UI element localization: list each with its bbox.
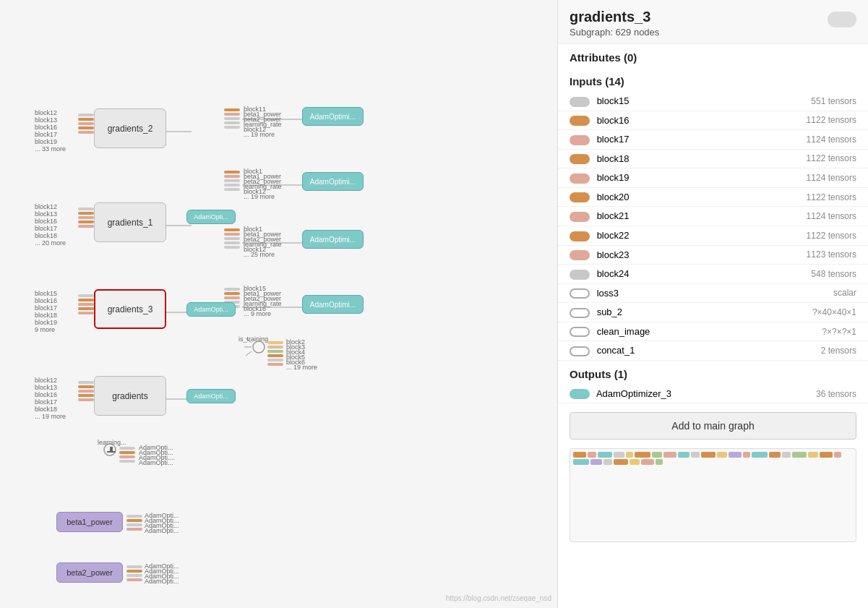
input-row-7[interactable]: block22 1122 tensors [558,226,868,245]
panel-header: gradients_3 Subgraph: 629 nodes [558,0,868,44]
svg-rect-11 [78,127,94,129]
input-name-10: loss3 [597,288,619,299]
graph-node-adam3[interactable]: AdamOptimi... [302,230,364,249]
svg-rect-110 [119,451,135,454]
svg-text:AdamOpti...: AdamOpti... [145,512,179,519]
svg-rect-25 [78,390,94,393]
graph-node-gradients3[interactable]: gradients_3 [94,289,166,329]
input-row-0[interactable]: block15 551 tensors [558,92,868,111]
graph-node-adam7[interactable]: AdamOpti... [186,389,236,403]
input-value-11: ?×40×40×1 [739,303,868,322]
inputs-table: block15 551 tensors block16 1122 tensors… [558,92,868,361]
svg-rect-29 [224,113,240,116]
svg-text:block19: block19 [35,319,57,326]
svg-text:learning_rate: learning_rate [244,300,282,307]
add-to-main-graph-button[interactable]: Add to main graph [570,412,856,440]
svg-text:block15: block15 [244,285,266,292]
inputs-section-title: Inputs (14) [558,68,868,92]
svg-text:... 25 more: ... 25 more [244,251,275,258]
svg-text:block13: block13 [35,384,57,391]
svg-text:is_training: is_training [239,335,268,343]
output-name-0: AdamOptimizer_3 [596,388,671,399]
svg-rect-16 [78,220,94,223]
outputs-table: AdamOptimizer_3 36 tensors [558,385,868,404]
node-label-gradients2: gradients_2 [108,124,153,134]
svg-rect-100 [126,578,142,581]
svg-text:beta2_power: beta2_power [244,178,281,185]
input-row-11[interactable]: sub_2 ?×40×40×1 [558,303,868,322]
svg-rect-78 [267,346,283,348]
graph-node-adam4[interactable]: AdamOptimi... [302,295,364,314]
svg-rect-52 [224,237,240,240]
input-row-9[interactable]: block24 548 tensors [558,265,868,284]
input-row-10[interactable]: loss3 scalar [558,283,868,303]
input-row-4[interactable]: block19 1124 tensors [558,168,868,188]
input-chip-12 [570,327,590,337]
svg-text:block16: block16 [244,305,266,312]
input-row-6[interactable]: block21 1124 tensors [558,207,868,226]
svg-text:block18: block18 [35,312,57,319]
collapse-button[interactable] [828,12,856,27]
svg-text:learning...: learning... [98,439,126,446]
side-panel: gradients_3 Subgraph: 629 nodes Attribut… [557,0,868,608]
input-name-3: block18 [597,153,629,164]
input-chip-6 [570,212,590,222]
svg-text:block2: block2 [286,338,305,346]
svg-rect-26 [78,394,94,397]
svg-text:... 19 more: ... 19 more [244,131,275,138]
svg-rect-106 [110,447,113,453]
graph-node-adam6[interactable]: AdamOpti... [186,302,236,317]
input-value-4: 1124 tensors [739,168,868,188]
node-label-beta2: beta2_power [66,568,113,577]
input-value-1: 1122 tensors [739,111,868,130]
svg-rect-13 [78,207,94,210]
output-row-0[interactable]: AdamOptimizer_3 36 tensors [558,385,868,403]
input-chip-3 [570,154,590,164]
svg-text:beta2_power: beta2_power [244,236,281,243]
input-row-3[interactable]: block18 1122 tensors [558,149,868,168]
svg-rect-53 [224,241,240,244]
svg-text:block17: block17 [35,398,57,406]
input-row-5[interactable]: block20 1122 tensors [558,187,868,207]
svg-rect-14 [78,212,94,215]
input-chip-2 [570,135,590,145]
svg-rect-89 [126,515,142,518]
graph-canvas[interactable]: block11 beta1_power beta2_power learning… [0,0,557,608]
graph-node-adam1[interactable]: AdamOptimi... [302,107,364,126]
input-value-2: 1124 tensors [739,130,868,150]
input-row-12[interactable]: clean_image ?×?×?×1 [558,322,868,341]
input-name-12: clean_image [597,326,650,337]
input-row-13[interactable]: concat_1 2 tensors [558,341,868,361]
svg-text:AdamOpti...: AdamOpti... [139,444,173,451]
svg-rect-20 [78,303,94,306]
graph-node-beta1power[interactable]: beta1_power [56,512,123,532]
graph-node-gradients2[interactable]: gradients_2 [94,108,166,148]
svg-rect-91 [126,523,142,526]
graph-node-adam2[interactable]: AdamOptimi... [302,172,364,191]
watermark: https://blog.csdn.net/zseqae_nsd [446,594,551,602]
svg-rect-8 [78,114,94,116]
panel-subtitle: Subgraph: 629 nodes [570,27,659,38]
svg-rect-61 [224,288,240,291]
svg-rect-41 [224,179,240,182]
svg-rect-23 [78,381,94,384]
graph-node-adam5[interactable]: AdamOpti... [186,210,236,224]
svg-text:learning_rate: learning_rate [244,241,282,248]
input-row-2[interactable]: block17 1124 tensors [558,130,868,150]
svg-rect-90 [126,519,142,522]
input-row-8[interactable]: block23 1123 tensors [558,245,868,265]
node-label-gradients3: gradients_3 [108,304,153,314]
svg-text:beta2_power: beta2_power [244,116,281,123]
svg-text:block6: block6 [286,359,305,366]
svg-text:block4: block4 [286,348,305,356]
graph-node-gradients1[interactable]: gradients_1 [94,202,166,242]
svg-text:beta1_power: beta1_power [244,290,281,297]
input-row-1[interactable]: block16 1122 tensors [558,111,868,130]
svg-rect-30 [224,117,240,120]
input-chip-4 [570,174,590,184]
input-value-7: 1122 tensors [739,226,868,245]
graph-node-gradients[interactable]: gradients [94,376,166,416]
graph-node-beta2power[interactable]: beta2_power [56,562,123,583]
svg-rect-99 [126,574,142,577]
outputs-section-title: Outputs (1) [558,361,868,385]
